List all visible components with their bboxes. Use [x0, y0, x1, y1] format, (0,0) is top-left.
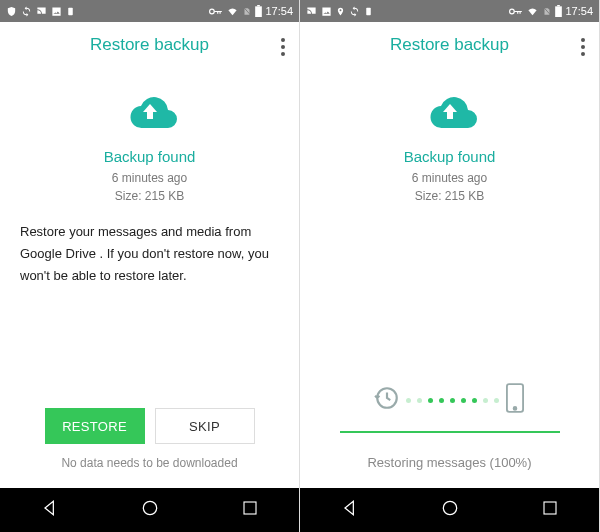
skip-button[interactable]: SKIP	[155, 408, 255, 444]
backup-size: Size: 215 KB	[115, 187, 184, 205]
sync-icon	[349, 6, 360, 17]
phone-small-icon	[66, 6, 75, 17]
status-icons-left	[6, 6, 75, 17]
battery-icon	[555, 5, 562, 17]
backup-found-title: Backup found	[404, 148, 496, 165]
dot-icon	[494, 398, 499, 403]
image-icon	[321, 6, 332, 17]
key-icon	[209, 6, 223, 17]
overflow-menu-icon[interactable]	[277, 34, 289, 60]
wifi-icon	[526, 6, 539, 17]
dot-icon	[417, 398, 422, 403]
svg-point-11	[514, 407, 517, 410]
backup-time: 6 minutes ago	[412, 169, 487, 187]
svg-rect-8	[558, 5, 561, 6]
no-sim-icon	[542, 6, 552, 17]
content-area: Backup found 6 minutes ago Size: 215 KB	[300, 68, 599, 488]
nav-bar	[0, 488, 299, 532]
svg-point-1	[210, 9, 215, 14]
button-row: RESTORE SKIP	[20, 408, 279, 444]
dot-icon	[428, 398, 433, 403]
status-icons-right: 17:54	[209, 5, 293, 17]
phone-right: 17:54 Restore backup Backup found 6 minu…	[300, 0, 600, 532]
overflow-menu-icon[interactable]	[577, 34, 589, 60]
nav-recent-icon[interactable]	[541, 499, 559, 521]
cloud-upload-icon	[420, 90, 480, 138]
phone-small-icon	[364, 6, 373, 17]
svg-point-12	[444, 501, 457, 514]
dot-icon	[483, 398, 488, 403]
status-time: 17:54	[265, 5, 293, 17]
svg-rect-2	[258, 5, 261, 6]
restore-button[interactable]: RESTORE	[45, 408, 145, 444]
restore-description: Restore your messages and media from Goo…	[20, 221, 279, 287]
svg-rect-6	[366, 7, 371, 15]
svg-rect-0	[68, 7, 73, 15]
shield-icon	[6, 6, 17, 17]
app-bar: Restore backup	[300, 22, 599, 68]
backup-size: Size: 215 KB	[415, 187, 484, 205]
backup-time: 6 minutes ago	[112, 169, 187, 187]
page-title: Restore backup	[390, 35, 509, 55]
content-area: Backup found 6 minutes ago Size: 215 KB …	[0, 68, 299, 488]
phone-left: 17:54 Restore backup Backup found 6 minu…	[0, 0, 300, 532]
status-bar: 17:54	[0, 0, 299, 22]
cast-icon	[36, 6, 47, 17]
svg-rect-3	[256, 6, 263, 17]
status-icons-right: 17:54	[509, 5, 593, 17]
nav-back-icon[interactable]	[340, 498, 360, 522]
image-icon	[51, 6, 62, 17]
wifi-icon	[226, 6, 239, 17]
status-bar: 17:54	[300, 0, 599, 22]
cast-icon	[306, 6, 317, 17]
cloud-upload-icon	[120, 90, 180, 138]
nav-bar	[300, 488, 599, 532]
transfer-visual	[374, 383, 525, 417]
dot-icon	[450, 398, 455, 403]
dot-icon	[406, 398, 411, 403]
svg-rect-5	[244, 502, 256, 514]
status-icons-left	[306, 6, 373, 17]
dot-icon	[472, 398, 477, 403]
svg-rect-9	[556, 6, 563, 17]
phone-icon	[505, 383, 525, 417]
app-bar: Restore backup	[0, 22, 299, 68]
progress-bar	[340, 431, 560, 433]
page-title: Restore backup	[90, 35, 209, 55]
restoring-status: Restoring messages (100%)	[367, 455, 531, 470]
history-icon	[374, 385, 400, 415]
key-icon	[509, 6, 523, 17]
no-sim-icon	[242, 6, 252, 17]
footer-note: No data needs to be downloaded	[61, 456, 237, 470]
svg-point-4	[144, 501, 157, 514]
nav-home-icon[interactable]	[140, 498, 160, 522]
nav-recent-icon[interactable]	[241, 499, 259, 521]
backup-found-title: Backup found	[104, 148, 196, 165]
status-time: 17:54	[565, 5, 593, 17]
dot-icon	[439, 398, 444, 403]
nav-back-icon[interactable]	[40, 498, 60, 522]
svg-point-7	[510, 9, 515, 14]
location-icon	[336, 6, 345, 17]
battery-icon	[255, 5, 262, 17]
progress-area: Restoring messages (100%)	[320, 383, 579, 470]
sync-icon	[21, 6, 32, 17]
svg-rect-13	[544, 502, 556, 514]
dot-icon	[461, 398, 466, 403]
nav-home-icon[interactable]	[440, 498, 460, 522]
